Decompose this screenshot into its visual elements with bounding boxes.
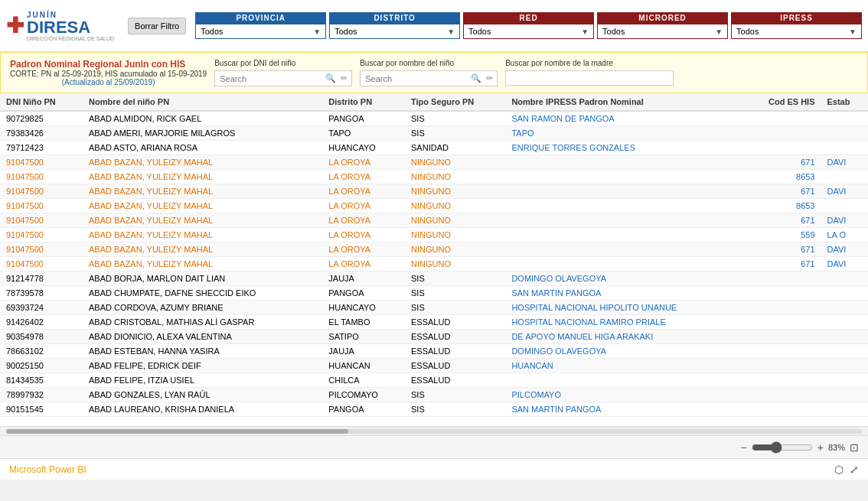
cell-dni: 90151545: [0, 402, 83, 417]
cell-distrito: CHILCA: [322, 373, 405, 388]
cell-nombre: ABAD BAZAN, YULEIZY MAHAL: [83, 257, 322, 272]
filter-microred-select[interactable]: Todos ▼: [597, 24, 728, 39]
clear-icon[interactable]: ✏: [486, 73, 493, 83]
cell-seguro: NINGUNO: [405, 170, 505, 184]
cell-ipress: HOSPITAL NACIONAL HIPOLITO UNANUE: [505, 301, 742, 315]
filter-distrito: DISTRITO Todos ▼: [329, 12, 460, 39]
borrar-filtro-button[interactable]: Borrar Filtro: [128, 18, 186, 34]
cell-seguro: NINGUNO: [405, 184, 505, 199]
header: ✚ JUNÍN DIRESA DIRECCIÓN REGIONAL DE SAL…: [0, 0, 868, 52]
cell-seguro: NINGUNO: [405, 199, 505, 213]
ipress-link[interactable]: ENRIQUE TORRES GONZALES: [511, 143, 635, 152]
col-cod: Cod ES HIS: [742, 93, 821, 111]
table-row: 81434535 ABAD FELIPE, ITZIA USIEL CHILCA…: [0, 373, 868, 388]
col-seguro: Tipo Seguro PN: [405, 93, 505, 111]
cell-seguro: NINGUNO: [405, 228, 505, 242]
cell-cod: [742, 141, 821, 155]
cell-nombre: ABAD FELIPE, EDRICK DEIF: [83, 359, 322, 373]
cell-dni: 69393724: [0, 301, 83, 315]
cell-seguro: SIS: [405, 126, 505, 141]
table-row: 91426402 ABAD CRISTOBAL, MATHIAS ALÍ GAS…: [0, 315, 868, 330]
ipress-link[interactable]: DE APOYO MANUEL HIGA ARAKAKI: [511, 332, 653, 341]
cell-estab: DAVI: [821, 184, 869, 199]
cell-ipress: [505, 242, 742, 257]
table-row: 91047500 ABAD BAZAN, YULEIZY MAHAL LA OR…: [0, 213, 868, 228]
powerbi-link[interactable]: Microsoft Power BI: [9, 464, 86, 475]
filter-provincia-label: PROVINCIA: [195, 12, 326, 24]
table-row: 78997932 ABAD GONZALES, LYAN RAÚL PILCOM…: [0, 388, 868, 402]
search-dni-label: Buscar por DNI del niño: [214, 59, 352, 67]
cell-distrito: SATIPO: [322, 330, 405, 344]
cell-dni: 90729825: [0, 111, 83, 126]
cell-distrito: PANGOA: [322, 286, 405, 301]
zoom-plus-button[interactable]: +: [817, 441, 824, 454]
cell-nombre: ABAD BAZAN, YULEIZY MAHAL: [83, 199, 322, 213]
search-dni-input[interactable]: [220, 74, 325, 83]
cell-seguro: NINGUNO: [405, 242, 505, 257]
table-row: 91047500 ABAD BAZAN, YULEIZY MAHAL LA OR…: [0, 228, 868, 242]
cell-dni: 90354978: [0, 330, 83, 344]
zoom-percentage: 83%: [828, 443, 845, 452]
cell-cod: 8653: [742, 199, 821, 213]
cell-ipress: DOMINGO OLAVEGOYA: [505, 344, 742, 359]
cell-nombre: ABAD BAZAN, YULEIZY MAHAL: [83, 184, 322, 199]
horizontal-scrollbar[interactable]: [6, 429, 862, 434]
fit-page-icon[interactable]: ⊡: [850, 441, 859, 454]
search-nombre-input[interactable]: [365, 74, 471, 83]
ipress-link[interactable]: SAN MARTIN PANGOA: [511, 405, 601, 414]
ipress-link[interactable]: PILCOMAYO: [511, 390, 561, 399]
ipress-link[interactable]: DOMINGO OLAVEGOYA: [511, 274, 606, 283]
zoom-slider[interactable]: [752, 441, 813, 454]
filter-distrito-label: DISTRITO: [329, 12, 460, 24]
search-icon: 🔍: [471, 73, 481, 83]
logo-cross-icon: ✚: [6, 13, 24, 38]
cell-ipress: SAN MARTIN PANGOA: [505, 286, 742, 301]
share-icon[interactable]: ⬡: [834, 464, 844, 476]
cell-dni: 91047500: [0, 213, 83, 228]
cell-distrito: LA OROYA: [322, 199, 405, 213]
cell-cod: 8653: [742, 170, 821, 184]
zoom-minus-button[interactable]: −: [741, 441, 747, 454]
cell-cod: 559: [742, 228, 821, 242]
filter-ipress-select[interactable]: Todos ▼: [731, 24, 862, 39]
cell-cod: [742, 315, 821, 330]
ipress-link[interactable]: SAN MARTIN PANGOA: [511, 288, 601, 298]
ipress-link[interactable]: HOSPITAL NACIONAL RAMIRO PRIALE: [511, 317, 665, 327]
cell-cod: [742, 126, 821, 141]
filter-red: RED Todos ▼: [463, 12, 594, 39]
cell-nombre: ABAD BAZAN, YULEIZY MAHAL: [83, 213, 322, 228]
cell-cod: [742, 301, 821, 315]
cell-cod: [742, 359, 821, 373]
clear-icon[interactable]: ✏: [341, 73, 348, 83]
cell-cod: [742, 402, 821, 417]
cell-distrito: LA OROYA: [322, 155, 405, 170]
search-nombre-block: Buscar por nombre del niño 🔍 ✏: [360, 59, 498, 86]
cell-seguro: SIS: [405, 388, 505, 402]
cell-distrito: LA OROYA: [322, 257, 405, 272]
filter-distrito-select[interactable]: Todos ▼: [329, 24, 460, 39]
cell-estab: [821, 373, 869, 388]
cell-distrito: HUANCAYO: [322, 141, 405, 155]
cell-distrito: PILCOMAYO: [322, 388, 405, 402]
search-madre-input[interactable]: [511, 73, 668, 83]
filter-microred: MICRORED Todos ▼: [597, 12, 728, 39]
cell-ipress: ENRIQUE TORRES GONZALES: [505, 141, 742, 155]
filter-provincia-select[interactable]: Todos ▼: [195, 24, 326, 39]
filter-red-select[interactable]: Todos ▼: [463, 24, 594, 39]
table-row: 90151545 ABAD LAUREANO, KRISHA DANIELA P…: [0, 402, 868, 417]
ipress-link[interactable]: TAPO: [511, 129, 534, 138]
cell-estab: [821, 286, 869, 301]
logo-text: JUNÍN DIRESA DIRECCIÓN REGIONAL DE SALUD: [27, 11, 114, 41]
filter-ipress: IPRESS Todos ▼: [731, 12, 862, 39]
ipress-link[interactable]: DOMINGO OLAVEGOYA: [511, 346, 606, 356]
cell-cod: [742, 373, 821, 388]
cell-nombre: ABAD ASTO, ARIANA ROSA: [83, 141, 322, 155]
cell-nombre: ABAD BAZAN, YULEIZY MAHAL: [83, 155, 322, 170]
cell-cod: 671: [742, 213, 821, 228]
ipress-link[interactable]: HOSPITAL NACIONAL HIPOLITO UNANUE: [511, 303, 677, 312]
cell-seguro: ESSALUD: [405, 344, 505, 359]
ipress-link[interactable]: HUANCAN: [511, 361, 553, 370]
cell-estab: [821, 126, 869, 141]
fullscreen-icon[interactable]: ⤢: [850, 464, 859, 476]
ipress-link[interactable]: SAN RAMON DE PANGOA: [511, 114, 614, 123]
